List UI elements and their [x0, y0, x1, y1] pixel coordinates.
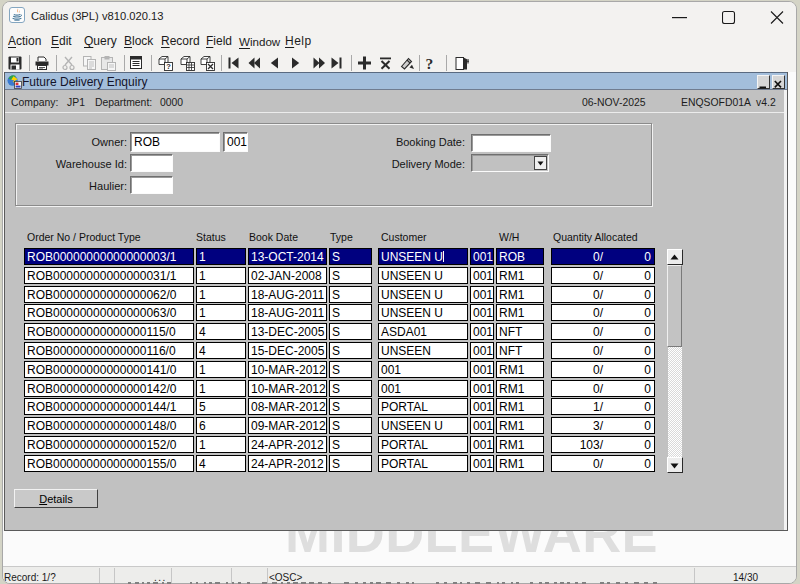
svg-text:?: ?: [425, 55, 433, 72]
svg-text:?: ?: [166, 62, 171, 71]
